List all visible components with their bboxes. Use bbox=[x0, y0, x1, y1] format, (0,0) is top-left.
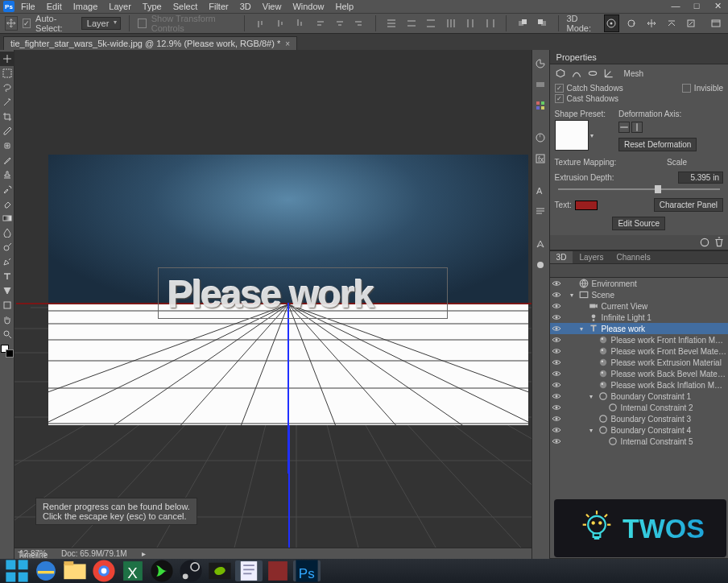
taskbar-steam-icon[interactable] bbox=[177, 560, 205, 581]
menu-edit[interactable]: Edit bbox=[42, 2, 67, 11]
3d-scale-icon[interactable] bbox=[684, 14, 699, 32]
cast-shadows-checkbox[interactable] bbox=[555, 94, 564, 103]
visibility-eye-icon[interactable] bbox=[552, 312, 561, 322]
distribute-vcenter-icon[interactable] bbox=[403, 14, 419, 32]
tree-row[interactable]: Internal Constraint 2 bbox=[550, 402, 728, 413]
eyedropper-tool[interactable] bbox=[0, 124, 14, 139]
tree-row[interactable]: Please work Back Bevel Mate… bbox=[550, 368, 728, 379]
path-tool[interactable] bbox=[0, 283, 14, 298]
menu-view[interactable]: View bbox=[258, 2, 287, 11]
tree-row[interactable]: ▾Boundary Constraint 4 bbox=[550, 424, 728, 436]
extrusion-depth-input[interactable]: 5.395 in bbox=[678, 172, 723, 184]
3d-scene-tree[interactable]: Environment▾SceneCurrent ViewInfinite Li… bbox=[550, 278, 728, 447]
auto-select-target[interactable]: Layer bbox=[81, 17, 122, 30]
stamp-tool[interactable] bbox=[0, 167, 14, 182]
dock-paragraph-icon[interactable] bbox=[532, 203, 549, 221]
taskbar-explorer-icon[interactable] bbox=[61, 560, 89, 581]
crop-tool[interactable] bbox=[0, 110, 14, 124]
auto-select-checkbox[interactable] bbox=[23, 19, 31, 28]
invisible-checkbox[interactable] bbox=[682, 84, 691, 93]
heal-tool[interactable] bbox=[0, 139, 14, 153]
taskbar-razer-icon[interactable] bbox=[148, 560, 176, 581]
visibility-eye-icon[interactable] bbox=[552, 335, 561, 345]
history-brush-tool[interactable] bbox=[0, 182, 14, 196]
taskbar-chrome-icon[interactable] bbox=[90, 560, 118, 581]
menu-filter[interactable]: Filter bbox=[204, 2, 233, 11]
blur-tool[interactable] bbox=[0, 225, 14, 240]
move-tool[interactable] bbox=[0, 52, 14, 66]
start-button[interactable] bbox=[3, 560, 31, 581]
3d-orbit-icon[interactable] bbox=[604, 14, 619, 32]
tree-row[interactable]: Boundary Constraint 3 bbox=[550, 413, 728, 424]
tree-row[interactable]: ▾Please work bbox=[550, 323, 728, 334]
tree-row[interactable]: Internal Constraint 5 bbox=[550, 436, 728, 447]
taskbar-ie-icon[interactable] bbox=[32, 560, 60, 581]
catch-shadows-checkbox[interactable] bbox=[555, 84, 564, 93]
expander-icon[interactable]: ▾ bbox=[577, 325, 585, 333]
document-canvas[interactable]: Please work bbox=[48, 155, 528, 425]
props-coords-icon[interactable] bbox=[603, 68, 614, 79]
distribute-right-icon[interactable] bbox=[483, 14, 498, 32]
distribute-top-icon[interactable] bbox=[384, 14, 399, 32]
menu-window[interactable]: Window bbox=[287, 2, 329, 11]
dock-character-icon[interactable]: A bbox=[532, 182, 549, 200]
distribute-left-icon[interactable] bbox=[444, 14, 459, 32]
tree-row[interactable]: Please work Front Bevel Mate… bbox=[550, 345, 728, 357]
menu-select[interactable]: Select bbox=[168, 2, 203, 11]
tree-row[interactable]: ▾Scene bbox=[550, 289, 728, 300]
tree-row[interactable]: Environment bbox=[550, 278, 728, 289]
lasso-tool[interactable] bbox=[0, 81, 14, 95]
window-restore[interactable]: □ bbox=[688, 0, 705, 11]
align-bottom-icon[interactable] bbox=[292, 14, 308, 32]
3d-text-object[interactable]: Please work bbox=[168, 272, 374, 316]
visibility-eye-icon[interactable] bbox=[552, 358, 561, 367]
extrusion-slider[interactable] bbox=[558, 188, 720, 190]
axis-horizontal-icon[interactable] bbox=[618, 122, 630, 133]
align-vcenter-icon[interactable] bbox=[272, 14, 287, 32]
tab-layers[interactable]: Layers bbox=[573, 251, 610, 263]
3d-slide-icon[interactable] bbox=[664, 14, 679, 32]
character-panel-button[interactable]: Character Panel bbox=[654, 198, 723, 212]
dock-history-icon[interactable] bbox=[532, 55, 549, 72]
props-mesh-icon[interactable] bbox=[555, 68, 566, 79]
expander-icon[interactable]: ▾ bbox=[587, 393, 595, 400]
text-color-swatch[interactable] bbox=[575, 201, 598, 210]
dock-color-icon[interactable] bbox=[532, 76, 549, 93]
visibility-eye-icon[interactable] bbox=[552, 369, 561, 378]
tree-row[interactable]: ▾Boundary Constraint 1 bbox=[550, 391, 728, 402]
dodge-tool[interactable] bbox=[0, 240, 14, 254]
edit-source-button[interactable]: Edit Source bbox=[612, 217, 665, 230]
dock-navigator-icon[interactable] bbox=[532, 235, 549, 253]
arrange-back-icon[interactable] bbox=[535, 14, 550, 32]
tree-row[interactable]: Infinite Light 1 bbox=[550, 312, 728, 323]
tree-row[interactable]: Please work Back Inflation M… bbox=[550, 379, 728, 391]
visibility-eye-icon[interactable] bbox=[552, 346, 561, 356]
visibility-eye-icon[interactable] bbox=[552, 324, 561, 333]
expander-icon[interactable]: ▾ bbox=[568, 292, 576, 299]
type-tool[interactable] bbox=[0, 269, 14, 283]
visibility-eye-icon[interactable] bbox=[552, 279, 561, 288]
dock-brush-icon[interactable] bbox=[532, 256, 549, 274]
tree-row[interactable]: Please work Front Inflation M… bbox=[550, 334, 728, 345]
axis-vertical-icon[interactable] bbox=[631, 122, 643, 133]
visibility-eye-icon[interactable] bbox=[552, 414, 561, 424]
menu-type[interactable]: Type bbox=[138, 2, 167, 11]
shape-preset-picker[interactable] bbox=[555, 120, 589, 151]
distribute-bottom-icon[interactable] bbox=[424, 14, 439, 32]
properties-tab[interactable]: Properties bbox=[550, 50, 728, 64]
trash-icon[interactable] bbox=[714, 237, 725, 248]
visibility-eye-icon[interactable] bbox=[552, 425, 561, 435]
menu-file[interactable]: File bbox=[16, 2, 40, 11]
menu-help[interactable]: Help bbox=[331, 2, 359, 11]
3d-roll-icon[interactable] bbox=[624, 14, 639, 32]
taskbar-excel-icon[interactable]: X bbox=[119, 560, 147, 581]
texture-mapping-select[interactable]: Scale bbox=[667, 158, 723, 167]
align-right-icon[interactable] bbox=[352, 14, 367, 32]
visibility-eye-icon[interactable] bbox=[552, 436, 561, 446]
shape-tool[interactable] bbox=[0, 298, 14, 312]
visibility-eye-icon[interactable] bbox=[552, 380, 561, 390]
align-top-icon[interactable] bbox=[253, 14, 268, 32]
show-transform-checkbox[interactable] bbox=[138, 19, 146, 28]
pen-tool[interactable] bbox=[0, 254, 14, 269]
visibility-eye-icon[interactable] bbox=[552, 290, 561, 300]
